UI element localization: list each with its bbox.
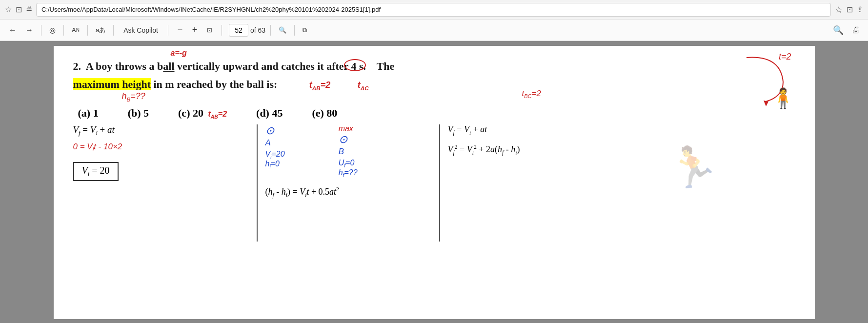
page-navigation: of 63 bbox=[229, 24, 265, 37]
divider3 bbox=[87, 25, 88, 36]
eq-vf-vi-at: Vf = Vi + at bbox=[73, 124, 249, 137]
point-b: max ⊙ B Uf=0 hf=?? bbox=[339, 124, 358, 178]
print-button[interactable]: 🖨 bbox=[849, 23, 862, 37]
hi0: hi=0 bbox=[265, 160, 285, 169]
zoom-in-button[interactable]: + bbox=[188, 23, 202, 37]
divider4 bbox=[113, 25, 114, 36]
read-aloud-superscript: N bbox=[76, 27, 80, 33]
divider7 bbox=[270, 25, 271, 36]
the-label: The bbox=[377, 60, 395, 72]
copy-icon: ⧉ bbox=[303, 26, 307, 34]
copy-button[interactable]: ⧉ bbox=[300, 22, 310, 38]
read-aloud-icon: A bbox=[72, 26, 76, 34]
star-icon[interactable]: ☆ bbox=[5, 5, 12, 14]
find-icon: 🔍 bbox=[279, 26, 286, 34]
find-button[interactable]: 🔍 bbox=[276, 22, 289, 38]
page-number-input[interactable] bbox=[229, 24, 248, 37]
right-icons: 🔍 🖨 bbox=[831, 23, 862, 38]
search-right-icon: 🔍 bbox=[833, 25, 844, 35]
option-d: (d) 45 bbox=[256, 107, 283, 120]
annotation-0-vi-t: 0 = Vit - 10×2 bbox=[73, 142, 249, 152]
page-of-label: of 63 bbox=[250, 26, 265, 34]
middle-equations: ⊙ A Vi=20 hi=0 max ⊙ B Uf=0 hf=?? bbox=[265, 124, 431, 242]
uf0: Uf=0 bbox=[339, 159, 358, 168]
zoom-out-button[interactable]: − bbox=[173, 23, 187, 37]
print-icon: 🖨 bbox=[851, 25, 860, 35]
divider5 bbox=[168, 25, 168, 36]
annotation-t2: t=2 bbox=[779, 52, 791, 62]
eq-vf-vi-at-right: Vf = Vi + at bbox=[448, 124, 795, 136]
highlight-maximum-height: maximum height bbox=[73, 78, 151, 90]
option-b: (b) 5 bbox=[128, 107, 149, 120]
option-a: (a) 1 bbox=[78, 107, 99, 120]
annotation-a-equals-neg-g: a=-g bbox=[171, 47, 187, 60]
annotation-tab2: tAB=2 bbox=[309, 80, 330, 90]
url-text[interactable]: C:/Users/moe/AppData/Local/Microsoft/Win… bbox=[36, 3, 831, 17]
option-e: (e) 80 bbox=[312, 107, 337, 120]
ab-points: ⊙ A Vi=20 hi=0 max ⊙ B Uf=0 hf=?? bbox=[265, 124, 431, 178]
zoom-in-icon: + bbox=[192, 25, 198, 35]
forward-button[interactable]: → bbox=[22, 24, 36, 37]
question-number: 2. bbox=[73, 60, 81, 72]
eq-displacement: (hf - hi) = Vit + 0.5at2 bbox=[265, 186, 431, 199]
share-page-icon[interactable]: ⇪ bbox=[857, 5, 863, 14]
stick-figure-decoration: 🧍 bbox=[771, 87, 795, 110]
pdf-page: a=-g 2. A boy throws a ball vertically u… bbox=[54, 46, 815, 319]
text-prefs-label: aあ bbox=[96, 26, 105, 35]
divider6 bbox=[222, 25, 222, 36]
read-aloud-button[interactable]: A N bbox=[69, 22, 82, 38]
url-bar: ☆ ⊡ ≝ C:/Users/moe/AppData/Local/Microso… bbox=[0, 0, 868, 20]
option-c: (c) 20 tAB=2 bbox=[178, 107, 227, 120]
ask-copilot-button[interactable]: Ask Copilot bbox=[119, 22, 163, 38]
divider1 bbox=[41, 25, 41, 36]
back-button[interactable]: ← bbox=[6, 24, 20, 37]
voice-read-button[interactable]: ◎ bbox=[46, 22, 59, 38]
vertical-divider-1 bbox=[257, 124, 258, 242]
reader-view-icon[interactable]: ⊡ bbox=[847, 5, 853, 14]
eq-vf2: Vf2 = Vi2 + 2a(hf - hi) bbox=[448, 144, 795, 156]
vi20: Vi=20 bbox=[265, 150, 285, 160]
pdf-area: a=-g 2. A boy throws a ball vertically u… bbox=[0, 41, 868, 323]
toolbar: ← → ◎ A N aあ Ask Copilot − + ⊡ of 63 🔍 bbox=[0, 20, 868, 41]
fit-page-button[interactable]: ⊡ bbox=[202, 24, 217, 36]
fit-page-icon: ⊡ bbox=[207, 26, 212, 34]
zoom-controls: − + ⊡ bbox=[173, 23, 217, 37]
right-equations: Vf = Vi + at Vf2 = Vi2 + 2a(hf - hi) bbox=[448, 124, 795, 242]
text-prefs-button[interactable]: aあ bbox=[93, 22, 108, 38]
share-icon[interactable]: ≝ bbox=[26, 5, 32, 14]
vertical-divider-2 bbox=[439, 124, 440, 242]
annotation-tbc2: tBC=2 bbox=[522, 89, 541, 99]
left-equations: Vf = Vi + at 0 = Vit - 10×2 Vi = 20 bbox=[73, 124, 249, 242]
annotation-tac: tAC bbox=[358, 80, 369, 90]
hf-unknown: hf=?? bbox=[339, 168, 358, 178]
svg-marker-0 bbox=[764, 101, 768, 106]
boxed-vi-20: Vi = 20 bbox=[73, 162, 119, 181]
point-a: ⊙ A Vi=20 hi=0 bbox=[265, 124, 285, 178]
favorites-star-icon[interactable]: ☆ bbox=[835, 4, 843, 15]
voice-icon: ◎ bbox=[49, 26, 56, 35]
search-right-button[interactable]: 🔍 bbox=[831, 23, 846, 38]
ask-copilot-label: Ask Copilot bbox=[123, 26, 158, 34]
tab-icon[interactable]: ⊡ bbox=[16, 5, 22, 14]
zoom-out-icon: − bbox=[178, 25, 183, 35]
divider2 bbox=[63, 25, 64, 36]
divider8 bbox=[294, 25, 295, 36]
